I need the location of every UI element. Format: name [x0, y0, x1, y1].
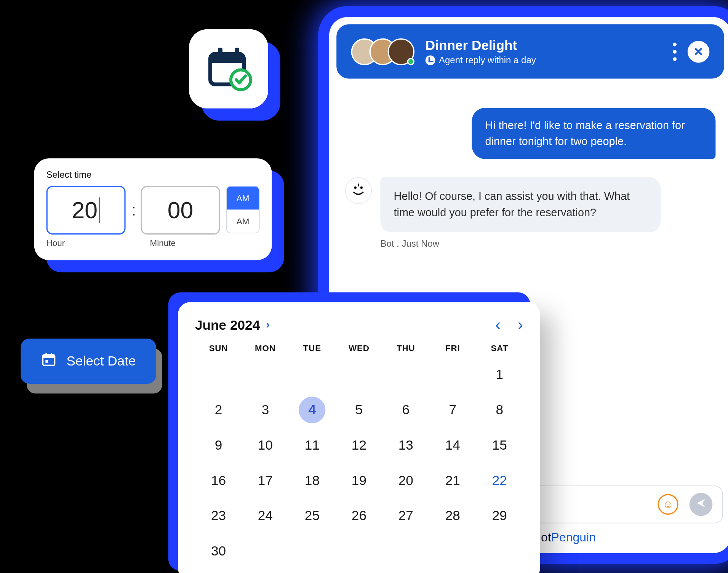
calendar-day[interactable]: 5 — [336, 397, 382, 423]
calendar-dow: MON — [242, 343, 289, 353]
calendar-day[interactable]: 9 — [195, 432, 242, 458]
chat-title: Dinner Delight — [426, 38, 662, 54]
calendar-check-tile — [189, 29, 268, 109]
svg-point-10 — [354, 187, 357, 189]
agent-avatars — [351, 38, 414, 65]
calendar-blank — [382, 361, 429, 388]
calendar-day[interactable]: 29 — [476, 503, 523, 529]
hour-value: 20 — [72, 197, 98, 223]
chat-header: Dinner Delight Agent reply within a day … — [336, 24, 724, 78]
calendar-day[interactable]: 21 — [429, 467, 476, 494]
calendar-day[interactable]: 3 — [242, 397, 289, 423]
svg-rect-9 — [46, 360, 48, 363]
calendar-grid: SUNMONTUEWEDTHUFRISAT1234567891011121314… — [195, 343, 523, 565]
calendar-dow: TUE — [289, 343, 336, 353]
time-colon: : — [131, 201, 134, 220]
calendar-dow: FRI — [429, 343, 476, 353]
chat-subtitle: Agent reply within a day — [426, 55, 662, 65]
ampm-toggle[interactable]: AM AM — [226, 186, 259, 233]
calendar-blank — [195, 361, 242, 388]
calendar-dow: WED — [336, 343, 382, 353]
calendar-dow: SAT — [476, 343, 523, 353]
hour-label: Hour — [46, 238, 127, 248]
svg-point-11 — [360, 187, 363, 189]
calendar-day[interactable]: 26 — [336, 503, 382, 529]
clock-icon — [426, 55, 435, 65]
calendar-day[interactable]: 1 — [476, 361, 523, 388]
calendar-day[interactable]: 14 — [429, 432, 476, 458]
emoji-icon: ☺ — [662, 498, 674, 511]
calendar-blank — [429, 361, 476, 388]
time-picker-card: Select time 20 : 00 AM AM Hour Minute — [34, 158, 272, 260]
calendar-day[interactable]: 7 — [429, 397, 476, 423]
calendar-day[interactable]: 17 — [242, 467, 289, 494]
bot-avatar — [345, 177, 372, 204]
brand-name[interactable]: BotPenguin — [533, 531, 596, 545]
ampm-am-bottom[interactable]: AM — [227, 209, 259, 233]
more-menu-icon[interactable] — [673, 42, 677, 61]
calendar-day[interactable]: 12 — [336, 432, 382, 458]
svg-rect-3 — [235, 48, 239, 59]
emoji-button[interactable]: ☺ — [658, 494, 678, 515]
avatar — [388, 38, 414, 65]
calendar-dow: THU — [382, 343, 429, 353]
select-date-button[interactable]: Select Date — [21, 339, 156, 384]
calendar-day[interactable]: 24 — [242, 503, 289, 529]
bot-message-meta: Bot . Just Now — [380, 238, 715, 249]
calendar-day[interactable]: 23 — [195, 503, 242, 529]
online-dot-icon — [407, 57, 414, 65]
svg-rect-8 — [51, 353, 52, 356]
calendar-day[interactable]: 4 — [299, 397, 325, 423]
minute-input[interactable]: 00 — [141, 186, 220, 235]
calendar-prev-button[interactable]: ‹ — [495, 316, 501, 335]
minute-value: 00 — [168, 197, 194, 223]
calendar-month-label: June 2024 — [195, 317, 260, 333]
user-message: Hi there! I'd like to make a reservation… — [472, 108, 715, 159]
calendar-day[interactable]: 2 — [195, 397, 242, 423]
calendar-day[interactable]: 16 — [195, 467, 242, 494]
calendar-day[interactable]: 8 — [476, 397, 523, 423]
calendar-blank — [289, 361, 336, 388]
calendar-icon — [41, 351, 57, 371]
bot-message: Hello! Of course, I can assist you with … — [380, 177, 661, 232]
select-date-label: Select Date — [67, 353, 136, 369]
close-button[interactable]: ✕ — [688, 40, 710, 62]
calendar-blank — [336, 361, 382, 388]
calendar-day[interactable]: 15 — [476, 432, 523, 458]
minute-label: Minute — [150, 238, 230, 248]
svg-rect-2 — [218, 48, 222, 59]
calendar-day[interactable]: 11 — [289, 432, 336, 458]
svg-rect-7 — [46, 353, 47, 356]
calendar-month-button[interactable]: June 2024 › — [195, 317, 270, 333]
calendar-day[interactable]: 27 — [382, 503, 429, 529]
time-picker-title: Select time — [46, 169, 260, 180]
calendar-day[interactable]: 28 — [429, 503, 476, 529]
calendar-blank — [242, 361, 289, 388]
svg-point-13 — [358, 184, 359, 185]
send-icon — [696, 498, 707, 511]
calendar-day[interactable]: 6 — [382, 397, 429, 423]
send-button[interactable] — [690, 493, 713, 516]
calendar-day[interactable]: 10 — [242, 432, 289, 458]
calendar-day[interactable]: 25 — [289, 503, 336, 529]
svg-rect-6 — [43, 355, 55, 358]
chevron-right-icon: › — [266, 319, 270, 332]
calendar-day[interactable]: 22 — [476, 467, 523, 494]
chat-subtitle-text: Agent reply within a day — [439, 55, 536, 65]
calendar-day[interactable]: 18 — [289, 467, 336, 494]
calendar-day[interactable]: 19 — [336, 467, 382, 494]
calendar-dow: SUN — [195, 343, 242, 353]
calendar-next-button[interactable]: › — [518, 316, 523, 335]
calendar-day[interactable]: 30 — [195, 538, 242, 565]
calendar-day[interactable]: 20 — [382, 467, 429, 494]
hour-input[interactable]: 20 — [46, 186, 126, 235]
close-icon: ✕ — [693, 44, 704, 59]
calendar-card: June 2024 › ‹ › SUNMONTUEWEDTHUFRISAT123… — [178, 302, 540, 573]
ampm-am-top[interactable]: AM — [227, 187, 259, 210]
calendar-day[interactable]: 13 — [382, 432, 429, 458]
calendar-check-icon — [204, 43, 253, 94]
